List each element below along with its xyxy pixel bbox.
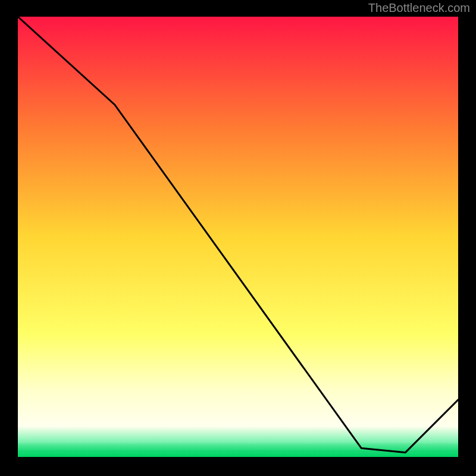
data-curve (18, 17, 458, 453)
watermark-text: TheBottleneck.com (368, 1, 470, 15)
chart-line-layer (18, 17, 458, 457)
plot-area (18, 17, 458, 457)
chart-container: TheBottleneck.com (0, 0, 476, 476)
